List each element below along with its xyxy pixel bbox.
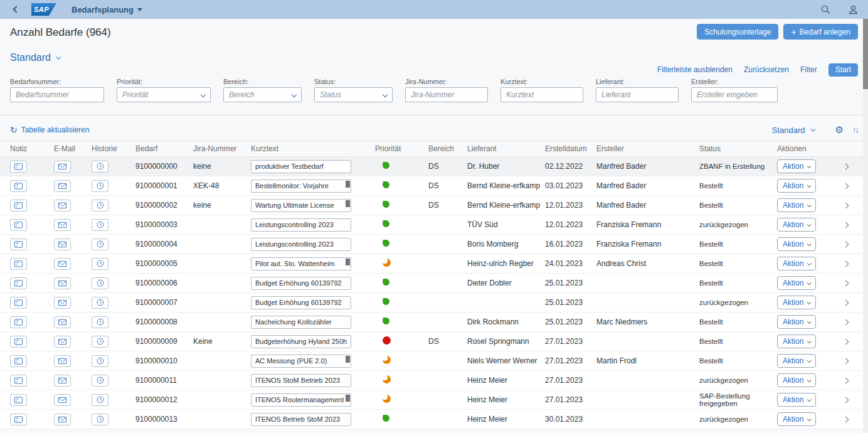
reset-link[interactable]: Zurücksetzen xyxy=(744,65,789,74)
row-navigate-chevron-icon[interactable] xyxy=(843,164,849,170)
note-button[interactable] xyxy=(10,394,27,406)
note-button[interactable] xyxy=(10,316,27,328)
row-navigate-chevron-icon[interactable] xyxy=(843,319,849,326)
column-header-historie[interactable]: Historie xyxy=(92,144,135,153)
column-header-bereich[interactable]: Bereich xyxy=(428,144,467,153)
note-button[interactable] xyxy=(10,180,27,192)
aktion-dropdown-button[interactable]: Aktion xyxy=(777,354,816,368)
aktion-dropdown-button[interactable]: Aktion xyxy=(777,237,816,251)
note-button[interactable] xyxy=(10,238,27,250)
row-navigate-chevron-icon[interactable] xyxy=(843,222,849,228)
column-header-kurztext[interactable]: Kurztext xyxy=(251,144,375,153)
note-button[interactable] xyxy=(10,161,27,173)
aktion-dropdown-button[interactable]: Aktion xyxy=(777,257,816,270)
aktion-dropdown-button[interactable]: Aktion xyxy=(777,276,816,290)
textarea-scrollbar-thumb[interactable] xyxy=(346,259,350,265)
filter-bereich[interactable] xyxy=(223,87,302,102)
kurztext-input[interactable]: AC Messung (PUE 2.0) xyxy=(251,355,351,368)
bedarf-anlegen-button[interactable]: + Bedarf anlegen xyxy=(783,24,858,40)
history-button[interactable] xyxy=(92,277,109,289)
history-button[interactable] xyxy=(92,180,109,192)
row-navigate-chevron-icon[interactable] xyxy=(843,300,849,306)
app-title-menu[interactable]: Bedarfsplanung xyxy=(71,5,142,14)
filter-bedarfsnummer[interactable] xyxy=(10,87,104,102)
aktion-dropdown-button[interactable]: Aktion xyxy=(777,179,816,193)
column-header-bedarf[interactable]: Bedarf xyxy=(135,144,193,153)
aktion-dropdown-button[interactable]: Aktion xyxy=(777,296,816,309)
row-navigate-chevron-icon[interactable] xyxy=(843,281,849,287)
filter-ersteller-eingeben[interactable] xyxy=(691,87,778,102)
history-button[interactable] xyxy=(92,355,109,367)
email-button[interactable] xyxy=(54,219,71,231)
history-button[interactable] xyxy=(92,219,109,231)
column-header-e-mail[interactable]: E-Mail xyxy=(54,144,92,153)
search-icon[interactable] xyxy=(819,3,832,16)
history-button[interactable] xyxy=(92,161,109,173)
email-button[interactable] xyxy=(54,200,71,211)
email-button[interactable] xyxy=(54,394,71,406)
aktion-dropdown-button[interactable]: Aktion xyxy=(777,315,816,329)
email-button[interactable] xyxy=(54,414,71,425)
column-header-status[interactable]: Status xyxy=(699,144,777,153)
filter-priorität[interactable] xyxy=(117,87,211,102)
refresh-table-button[interactable]: ↻ Tabelle aktualisieren xyxy=(10,126,89,134)
scrollbar-thumb[interactable] xyxy=(863,19,868,89)
column-header-erstelldatum[interactable]: Erstelldatum xyxy=(545,144,596,153)
filter-status[interactable] xyxy=(314,87,393,102)
filter-kurztext[interactable] xyxy=(500,87,583,102)
email-button[interactable] xyxy=(54,180,71,192)
note-button[interactable] xyxy=(10,375,27,387)
email-button[interactable] xyxy=(54,297,71,309)
column-header-lieferant[interactable]: Lieferant xyxy=(467,144,545,153)
email-button[interactable] xyxy=(54,238,71,250)
email-button[interactable] xyxy=(54,336,71,348)
email-button[interactable] xyxy=(54,277,71,289)
email-button[interactable] xyxy=(54,375,71,387)
email-button[interactable] xyxy=(54,355,71,367)
variant-selector[interactable]: Standard xyxy=(10,51,60,64)
table-settings-gear-icon[interactable]: ⚙ xyxy=(835,125,844,135)
note-button[interactable] xyxy=(10,355,27,367)
column-header-aktionen[interactable]: Aktionen xyxy=(777,144,839,153)
column-header-notiz[interactable]: Notiz xyxy=(10,144,54,153)
note-button[interactable] xyxy=(10,277,27,289)
aktion-dropdown-button[interactable]: Aktion xyxy=(777,198,816,212)
back-icon[interactable] xyxy=(13,6,19,13)
note-button[interactable] xyxy=(10,336,27,348)
aktion-dropdown-button[interactable]: Aktion xyxy=(777,373,816,387)
history-button[interactable] xyxy=(92,394,109,406)
history-button[interactable] xyxy=(92,238,109,250)
table-sort-icon[interactable]: ↑↓ xyxy=(852,125,858,135)
kurztext-input[interactable]: produktiver Testbedarf xyxy=(251,160,351,173)
kurztext-input[interactable]: Pilot aut. Sto. Wattenheim xyxy=(251,257,351,270)
kurztext-input[interactable]: Nacheichung Kollozähler xyxy=(251,316,351,329)
vertical-scrollbar[interactable] xyxy=(863,19,868,433)
note-button[interactable] xyxy=(10,414,27,425)
history-button[interactable] xyxy=(92,200,109,211)
filter-lieferant[interactable] xyxy=(596,87,679,102)
kurztext-input[interactable]: ITENOS Betrieb StoM 2023 xyxy=(251,413,351,426)
kurztext-input[interactable]: Budgeterhöhung Hyland 250h xyxy=(251,335,351,348)
aktion-dropdown-button[interactable]: Aktion xyxy=(777,334,816,348)
textarea-scrollbar-thumb[interactable] xyxy=(346,356,350,363)
textarea-scrollbar-thumb[interactable] xyxy=(346,395,350,402)
history-button[interactable] xyxy=(92,375,109,387)
textarea-scrollbar-thumb[interactable] xyxy=(346,200,350,207)
column-header-priorität[interactable]: Priorität xyxy=(375,144,428,153)
filter-link[interactable]: Filter xyxy=(800,65,817,74)
history-button[interactable] xyxy=(92,414,109,425)
history-button[interactable] xyxy=(92,258,109,270)
row-navigate-chevron-icon[interactable] xyxy=(843,183,849,190)
note-button[interactable] xyxy=(10,219,27,231)
note-button[interactable] xyxy=(10,200,27,211)
kurztext-input[interactable]: Bestellmonitor: Vorjahre xyxy=(251,179,351,193)
kurztext-input[interactable]: ITENOS StoM Betrieb 2023 xyxy=(251,374,351,387)
history-button[interactable] xyxy=(92,297,109,309)
user-avatar-icon[interactable] xyxy=(847,3,859,16)
table-variant-selector[interactable]: Standard xyxy=(772,126,814,135)
aktion-dropdown-button[interactable]: Aktion xyxy=(777,159,816,173)
filter-jira-nummer[interactable] xyxy=(405,87,488,102)
textarea-scrollbar-thumb[interactable] xyxy=(346,181,350,188)
start-button[interactable]: Start xyxy=(828,63,858,77)
history-button[interactable] xyxy=(92,336,109,348)
